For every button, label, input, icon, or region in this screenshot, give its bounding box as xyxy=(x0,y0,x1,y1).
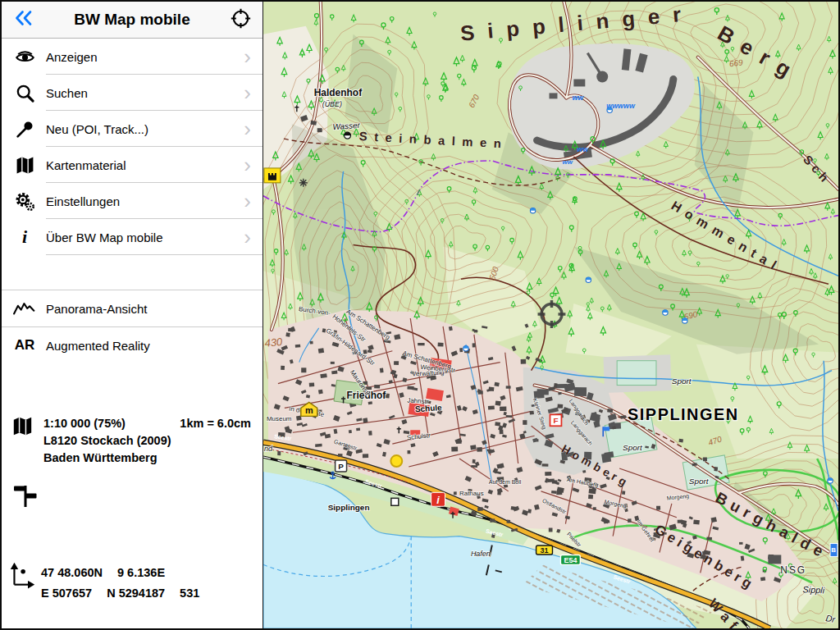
search-icon xyxy=(11,83,38,103)
route-yellow-marker: 31 xyxy=(536,546,553,555)
route-green-marker: E54 xyxy=(560,555,580,564)
building xyxy=(356,428,360,431)
map-pane: SipplingerBergSchSteinbalmenHommentalHom… xyxy=(263,2,838,628)
map-label: (ÜBE) xyxy=(322,100,342,108)
map-label: Sport xyxy=(672,377,692,386)
building xyxy=(477,447,482,452)
parking-marker: P xyxy=(336,460,347,472)
sidebar-item-ueber[interactable]: i Über BW Map mobile › xyxy=(2,219,262,255)
sidebar-item-einstellungen[interactable]: Einstellungen › xyxy=(2,183,262,219)
building xyxy=(549,528,553,532)
chevron-right-icon: › xyxy=(244,84,262,101)
building xyxy=(495,400,501,405)
building xyxy=(368,431,372,436)
svg-text:F: F xyxy=(553,416,558,425)
info-icon: i xyxy=(11,226,38,248)
building xyxy=(739,542,742,545)
chevron-right-icon: › xyxy=(244,193,262,209)
collapse-sidebar-button[interactable] xyxy=(10,6,38,34)
spring-marker xyxy=(463,346,468,351)
map-label: ww xyxy=(562,158,573,166)
building xyxy=(523,420,527,425)
chevron-right-icon: › xyxy=(244,121,262,137)
map-label: Sport xyxy=(689,477,710,486)
building xyxy=(394,361,399,365)
building xyxy=(418,343,424,345)
crosshair-icon xyxy=(231,8,251,32)
building xyxy=(500,407,506,412)
building xyxy=(451,446,458,451)
map-label: SIPPLINGEN xyxy=(628,405,738,423)
building xyxy=(368,401,372,404)
map-scale-note: 1km = 6.0cm xyxy=(180,415,251,432)
coord-lon: 9 6.136E xyxy=(117,566,165,579)
map-label: Museum xyxy=(267,415,292,422)
building xyxy=(277,451,281,455)
building xyxy=(551,491,556,494)
map-label: Sippli xyxy=(802,584,825,595)
map-label: Hafen xyxy=(471,550,491,558)
building xyxy=(545,472,551,476)
panorama-icon xyxy=(11,299,38,317)
blue-sign-marker: B xyxy=(830,544,838,557)
building xyxy=(318,348,324,354)
building xyxy=(529,411,534,415)
sidebar-item-suchen[interactable]: Suchen › xyxy=(2,75,262,111)
building xyxy=(478,390,483,394)
yellow-circle-marker xyxy=(390,455,402,467)
double-chevron-left-icon xyxy=(13,8,34,31)
building xyxy=(506,519,510,523)
well-marker xyxy=(345,132,351,139)
building xyxy=(295,345,301,348)
coord-lat: 47 48.060N xyxy=(41,563,103,583)
sidebar-item-panorama[interactable]: Panorama-Ansicht xyxy=(2,290,262,327)
sidebar-item-label: Neu (POI, Track...) xyxy=(46,122,244,136)
building xyxy=(537,389,549,395)
sidebar-item-label: Über BW Map mobile xyxy=(46,231,244,244)
sidebar-item-kartenmaterial[interactable]: Kartenmaterial › xyxy=(2,147,262,183)
building xyxy=(318,390,323,395)
building xyxy=(607,409,613,413)
sidebar-item-label: Augmented Reality xyxy=(46,339,262,353)
map-label: Auf dem Boll xyxy=(489,479,522,485)
locate-button[interactable] xyxy=(226,6,254,34)
building xyxy=(574,387,587,396)
building xyxy=(477,507,483,511)
building xyxy=(628,518,632,523)
map-label: Jahnstr xyxy=(407,396,429,405)
building xyxy=(317,128,322,132)
building xyxy=(593,507,596,510)
map-label: 669 xyxy=(728,57,743,68)
sidebar-item-anzeigen[interactable]: Anzeigen › xyxy=(2,39,262,75)
sidebar-item-neu[interactable]: Neu (POI, Track...) › xyxy=(2,111,262,147)
building xyxy=(714,467,718,471)
station-marker xyxy=(391,498,399,505)
coord-easting: E 507657 xyxy=(41,583,92,604)
building xyxy=(363,418,368,422)
sidebar-item-augmented-reality[interactable]: AR Augmented Reality xyxy=(2,327,262,363)
building xyxy=(557,404,563,409)
map-label: NSG xyxy=(780,564,806,576)
gears-icon xyxy=(11,190,38,212)
map-region: Baden Württemberg xyxy=(43,450,251,467)
position-panel: 47 48.060N 9 6.136E E 507657 N 5294187 5… xyxy=(8,563,199,604)
svg-text:i: i xyxy=(436,494,440,506)
building xyxy=(741,556,745,561)
building xyxy=(438,343,444,347)
spring-marker xyxy=(828,478,833,483)
signpost-icon[interactable] xyxy=(13,482,38,512)
building xyxy=(454,491,457,495)
building xyxy=(693,519,700,524)
spring-marker xyxy=(682,318,687,323)
building xyxy=(349,430,352,433)
building xyxy=(380,368,384,373)
sidebar-item-label: Anzeigen xyxy=(46,50,244,64)
building xyxy=(760,577,765,581)
chevron-right-icon: › xyxy=(244,229,262,245)
map-canvas[interactable]: SipplingerBergSchSteinbalmenHommentalHom… xyxy=(263,2,838,628)
axes-icon xyxy=(8,563,34,604)
building xyxy=(408,450,411,454)
spring-marker xyxy=(530,208,535,212)
star-marker xyxy=(299,179,308,187)
map-label: 430 xyxy=(264,336,284,349)
